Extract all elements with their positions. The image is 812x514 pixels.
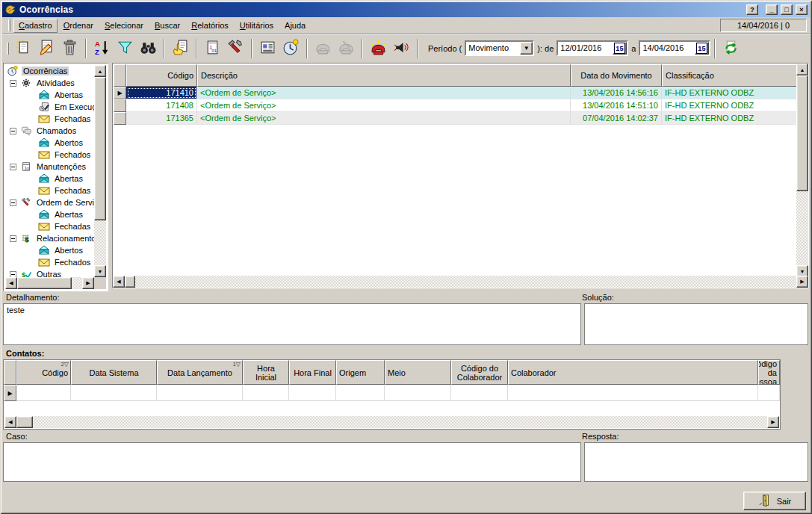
tree-item-manutencoes[interactable]: 101Manutenções <box>5 161 94 173</box>
menu-item-relatorios[interactable]: Relatórios <box>186 19 234 33</box>
sort-az-button[interactable]: AZ <box>90 37 114 60</box>
contatos-hscroll-thumb[interactable] <box>16 416 33 428</box>
report-button[interactable] <box>256 37 279 60</box>
cell-classificacao[interactable]: IF-HD EXTERNO ODBZ <box>662 87 799 99</box>
tree-vertical-scrollbar[interactable]: ▲ ▼ <box>94 65 106 277</box>
cell-data-movimento[interactable]: 07/04/2016 14:02:37 <box>571 112 662 125</box>
delete-record-button[interactable] <box>58 37 81 60</box>
collapse-icon[interactable] <box>10 271 16 278</box>
contatos-column-hora-inicial[interactable]: Hora Inicial <box>243 360 289 385</box>
minimize-button[interactable]: _ <box>766 4 778 15</box>
calendar-icon[interactable]: 15 <box>695 42 709 55</box>
cell-codigo[interactable]: 171408 <box>126 99 197 112</box>
contatos-column-data-sistema[interactable]: Data Sistema <box>71 360 157 385</box>
tree-item-fechadas[interactable]: Fechadas <box>5 185 94 196</box>
tree-item-abertas[interactable]: Abertas <box>5 208 94 220</box>
tools-button[interactable] <box>224 37 247 60</box>
tree-item-fechadas[interactable]: Fechadas <box>5 220 94 232</box>
contatos-column-hora-final[interactable]: Hora Final <box>289 360 336 385</box>
contatos-cell[interactable] <box>289 385 336 401</box>
phone-ring-button[interactable] <box>367 37 390 60</box>
menu-item-ordenar[interactable]: Ordenar <box>58 19 99 33</box>
close-button[interactable]: × <box>796 4 808 15</box>
collapse-icon[interactable] <box>10 128 16 134</box>
contatos-cell[interactable] <box>758 385 780 401</box>
detalhamento-textarea[interactable]: teste <box>3 303 581 345</box>
contatos-cell[interactable] <box>508 385 758 401</box>
tree-item-ocorrencias[interactable]: Ocorrências <box>5 65 94 77</box>
filter-button[interactable] <box>114 37 137 60</box>
collapse-icon[interactable] <box>10 235 16 242</box>
tree-item-ordem-de-servicos[interactable]: Ordem de Serviços <box>5 196 94 208</box>
collapse-icon[interactable] <box>10 80 16 87</box>
new-record-button[interactable] <box>12 37 35 60</box>
phone-hangup-button[interactable] <box>335 37 358 60</box>
tree-item-outras[interactable]: $Outras <box>5 268 94 277</box>
tree-item-fechados[interactable]: Fechados <box>5 149 94 161</box>
cell-descricao[interactable]: <Ordem de Serviço> <box>197 87 571 99</box>
grid-vertical-scrollbar[interactable]: ▲ ▼ <box>796 64 808 277</box>
collapse-icon[interactable] <box>10 164 16 170</box>
tree-item-relacionamentos[interactable]: $Relacionamentos <box>5 232 94 244</box>
tree-item-atividades[interactable]: Atividades <box>5 77 94 89</box>
resposta-textarea[interactable] <box>584 442 808 482</box>
sound-button[interactable] <box>390 37 413 60</box>
contatos-column-data-lancamento[interactable]: Data Lançamento1▽ <box>157 360 243 385</box>
contatos-cell[interactable] <box>71 385 157 401</box>
collapse-icon[interactable] <box>10 199 16 206</box>
contatos-column-origem[interactable]: Origem <box>336 360 385 385</box>
contatos-column-codigo-da-pessoa[interactable]: Código da Pessoa <box>758 360 780 385</box>
schedule-button[interactable]: 101 <box>201 37 224 60</box>
scroll-left-icon[interactable]: ◀ <box>5 277 17 289</box>
contatos-cell[interactable] <box>16 385 71 401</box>
scroll-down-icon[interactable]: ▼ <box>94 265 106 277</box>
chevron-down-icon[interactable]: ▼ <box>520 42 533 55</box>
history-button[interactable] <box>279 37 303 60</box>
solucao-textarea[interactable] <box>584 303 808 345</box>
caso-textarea[interactable] <box>3 442 581 482</box>
menu-item-selecionar[interactable]: Selecionar <box>99 19 149 33</box>
cell-data-movimento[interactable]: 13/04/2016 14:56:16 <box>571 87 662 99</box>
search-button[interactable] <box>137 37 160 60</box>
cell-codigo[interactable]: 171410 <box>126 87 197 99</box>
cell-descricao[interactable]: <Ordem de Serviço> <box>197 99 571 112</box>
tree-item-em-execucao[interactable]: Em Execução <box>5 101 94 113</box>
contatos-cell[interactable] <box>385 385 451 401</box>
scroll-up-icon[interactable]: ▲ <box>796 64 808 75</box>
contatos-horizontal-scrollbar[interactable]: ◀ ▶ <box>4 416 779 428</box>
select-record-button[interactable] <box>169 37 192 60</box>
tree-item-fechadas[interactable]: Fechadas <box>5 113 94 125</box>
tree-horizontal-scrollbar[interactable]: ◀ ▶ <box>5 277 94 289</box>
table-row[interactable]: ▶ 171410 <Ordem de Serviço> 13/04/2016 1… <box>114 87 799 99</box>
edit-record-button[interactable] <box>35 37 58 60</box>
tree-item-chamados[interactable]: Chamados <box>5 125 94 137</box>
cell-data-movimento[interactable]: 13/04/2016 14:51:10 <box>571 99 662 112</box>
column-header-data-movimento[interactable]: Data do Movimento <box>571 64 662 87</box>
tree-item-abertas[interactable]: Abertas <box>5 173 94 185</box>
grid-horizontal-scrollbar[interactable]: ◀ ▶ <box>113 276 808 288</box>
grid-hscroll-thumb[interactable] <box>125 276 135 288</box>
scroll-left-icon[interactable]: ◀ <box>4 416 16 428</box>
tree-vscroll-thumb[interactable] <box>94 77 106 220</box>
column-header-codigo[interactable]: Código <box>126 64 197 87</box>
tree-item-fechados[interactable]: Fechados <box>5 256 94 268</box>
menu-item-utilitarios[interactable]: Utilitários <box>235 19 279 33</box>
contatos-column-meio[interactable]: Meio <box>385 360 451 385</box>
phone-dial-button[interactable] <box>312 37 335 60</box>
contatos-cell[interactable] <box>336 385 385 401</box>
column-header-descricao[interactable]: Descrição <box>197 64 571 87</box>
tree-item-abertas[interactable]: Abertas <box>5 89 94 101</box>
sair-button[interactable]: Sair <box>743 492 806 510</box>
contatos-column-colaborador[interactable]: Colaborador <box>508 360 758 385</box>
maximize-button[interactable]: □ <box>781 4 793 15</box>
table-row[interactable]: 171365 <Ordem de Serviço> 07/04/2016 14:… <box>114 112 799 125</box>
help-window-button[interactable]: ? <box>746 4 758 15</box>
table-row[interactable]: 171408 <Ordem de Serviço> 13/04/2016 14:… <box>114 99 799 112</box>
date-from-field[interactable]: 12/01/2016 15 <box>557 40 628 56</box>
calendar-icon[interactable]: 15 <box>613 42 627 55</box>
date-to-field[interactable]: 14/04/2016 15 <box>639 40 710 56</box>
contatos-empty-row[interactable]: ▶ <box>4 385 780 401</box>
scroll-right-icon[interactable]: ▶ <box>82 277 94 289</box>
scroll-right-icon[interactable]: ▶ <box>796 276 808 288</box>
scroll-up-icon[interactable]: ▲ <box>94 65 106 77</box>
